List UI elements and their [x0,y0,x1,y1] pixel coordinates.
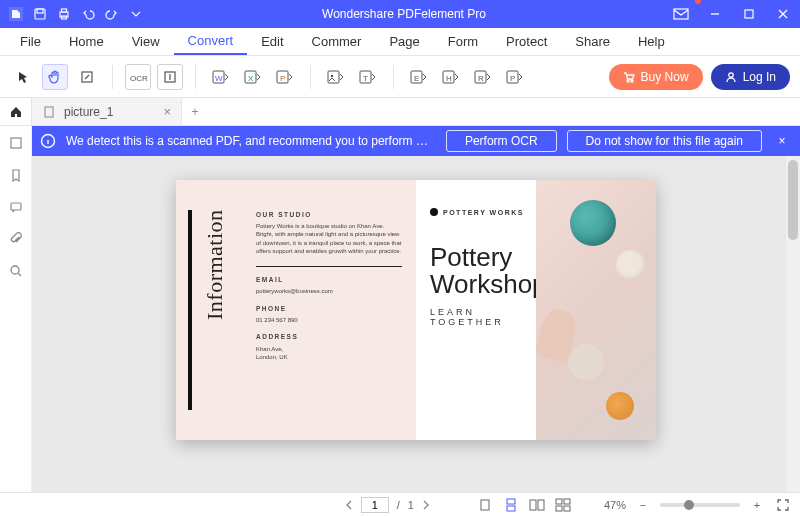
dismiss-ocr-button[interactable]: Do not show for this file again [567,130,762,152]
address-heading: ADDRESS [256,332,402,341]
zoom-out-button[interactable]: − [634,496,652,514]
menu-share[interactable]: Share [561,28,624,55]
document-tab[interactable]: picture_1 × [32,98,182,125]
svg-rect-51 [556,506,562,511]
svg-text:X: X [248,74,254,83]
subheadline: LEARN TOGETHER [430,307,528,327]
print-icon[interactable] [56,6,72,22]
two-page-view-icon[interactable] [528,496,546,514]
qat-dropdown-icon[interactable] [128,6,144,22]
menu-protect[interactable]: Protect [492,28,561,55]
page-number-input[interactable] [361,497,389,513]
user-icon [725,71,737,83]
svg-point-33 [627,80,629,82]
menu-home[interactable]: Home [55,28,118,55]
continuous-view-icon[interactable] [502,496,520,514]
ocr-settings-icon[interactable] [157,64,183,90]
to-ppt-icon[interactable]: P [272,64,298,90]
buy-now-button[interactable]: Buy Now [609,64,703,90]
svg-rect-37 [11,138,21,148]
ocr-banner: We detect this is a scanned PDF, and rec… [32,126,800,156]
perform-ocr-button[interactable]: Perform OCR [446,130,557,152]
left-sidebar [0,126,32,492]
zoom-in-button[interactable]: + [748,496,766,514]
phone-heading: PHONE [256,304,402,313]
svg-rect-46 [507,506,515,511]
svg-point-39 [11,266,19,274]
maximize-button[interactable] [732,0,766,28]
next-page-button[interactable] [422,500,430,510]
zoom-slider[interactable] [660,503,740,507]
vertical-heading: Information [202,209,228,320]
svg-text:T: T [363,74,368,83]
bookmarks-panel-icon[interactable] [7,166,25,184]
studio-body: Pottery Works is a boutique studio on Kh… [256,222,402,256]
svg-point-34 [631,80,633,82]
to-image-icon[interactable] [323,64,349,90]
thumbnails-panel-icon[interactable] [7,134,25,152]
page-separator: / [397,499,400,511]
close-button[interactable] [766,0,800,28]
menu-form[interactable]: Form [434,28,492,55]
svg-rect-8 [745,10,753,18]
to-rtf-icon[interactable]: R [470,64,496,90]
select-tool-icon[interactable] [10,64,36,90]
svg-rect-45 [507,499,515,504]
edit-tool-icon[interactable] [74,64,100,90]
brand-mark: POTTERY WORKS [430,208,528,216]
minimize-button[interactable] [698,0,732,28]
mail-icon[interactable] [664,0,698,28]
to-text-icon[interactable]: T [355,64,381,90]
svg-point-35 [728,72,732,76]
search-panel-icon[interactable] [7,262,25,280]
page-right: POTTERY WORKS Pottery Workshops LEARN TO… [416,180,656,440]
ocr-banner-message: We detect this is a scanned PDF, and rec… [66,134,436,148]
fullscreen-button[interactable] [774,496,792,514]
to-excel-icon[interactable]: X [240,64,266,90]
brand-label: POTTERY WORKS [443,209,524,216]
scrollbar-thumb[interactable] [788,160,798,240]
menu-convert[interactable]: Convert [174,28,248,55]
comments-panel-icon[interactable] [7,198,25,216]
to-epub-icon[interactable]: E [406,64,432,90]
attachments-panel-icon[interactable] [7,230,25,248]
menu-file[interactable]: File [6,28,55,55]
cart-icon [623,71,635,83]
menu-help[interactable]: Help [624,28,679,55]
svg-rect-52 [564,506,570,511]
log-in-button[interactable]: Log In [711,64,790,90]
menu-comment[interactable]: Commer [298,28,376,55]
menu-view[interactable]: View [118,28,174,55]
document-canvas[interactable]: We detect this is a scanned PDF, and rec… [32,126,800,492]
save-icon[interactable] [32,6,48,22]
hand-tool-icon[interactable] [42,64,68,90]
svg-rect-47 [530,500,536,510]
single-page-view-icon[interactable] [476,496,494,514]
add-tab-button[interactable]: + [182,98,208,125]
page-spread: Information OUR STUDIO Pottery Works is … [176,180,656,440]
home-tab-button[interactable] [0,98,32,125]
hero-photo [536,180,656,440]
svg-rect-21 [328,71,339,83]
home-icon [9,105,23,119]
tab-close-button[interactable]: × [163,104,171,119]
redo-icon[interactable] [104,6,120,22]
vertical-scrollbar[interactable] [786,156,800,492]
titlebar-right-group [664,0,800,28]
buy-now-label: Buy Now [641,70,689,84]
prev-page-button[interactable] [345,500,353,510]
banner-close-button[interactable]: × [772,134,792,148]
two-page-continuous-view-icon[interactable] [554,496,572,514]
brand-dot-icon [430,208,438,216]
ocr-icon[interactable]: OCR [125,64,151,90]
zoom-slider-thumb[interactable] [684,500,694,510]
svg-rect-44 [481,500,489,510]
menu-edit[interactable]: Edit [247,28,297,55]
menu-page[interactable]: Page [375,28,433,55]
to-html-icon[interactable]: H [438,64,464,90]
document-tab-strip: picture_1 × + [0,98,800,126]
to-pdfa-icon[interactable]: P [502,64,528,90]
undo-icon[interactable] [80,6,96,22]
to-word-icon[interactable]: W [208,64,234,90]
svg-text:W: W [215,74,223,83]
